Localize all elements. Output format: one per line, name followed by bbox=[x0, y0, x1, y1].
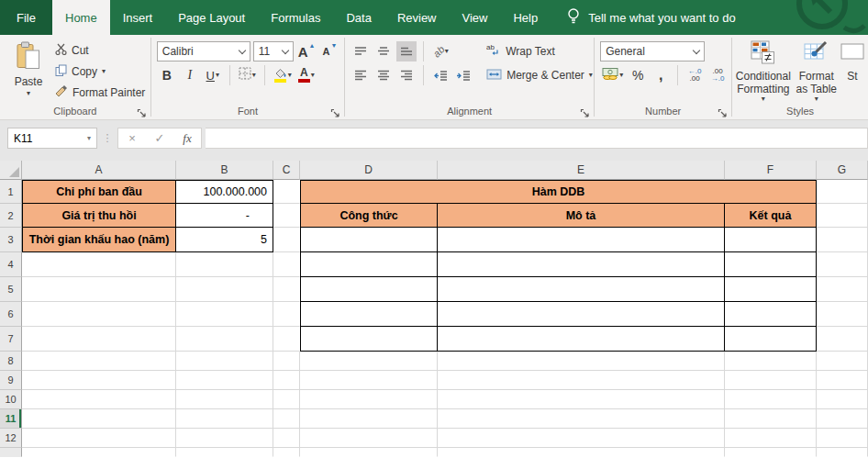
tab-page-layout[interactable]: Page Layout bbox=[165, 0, 258, 35]
comma-style-button[interactable]: , bbox=[651, 65, 671, 85]
cell-c6[interactable] bbox=[273, 302, 300, 327]
cell-d8[interactable] bbox=[300, 352, 438, 371]
cell-c4[interactable] bbox=[273, 252, 300, 277]
cell-g8[interactable] bbox=[817, 352, 868, 371]
cell-g11[interactable] bbox=[817, 409, 868, 429]
cell-b4[interactable] bbox=[176, 252, 273, 277]
cell-d4[interactable] bbox=[300, 252, 438, 277]
cell-d10[interactable] bbox=[300, 390, 438, 409]
column-header-e[interactable]: E bbox=[438, 161, 725, 180]
cell-b5[interactable] bbox=[176, 277, 273, 302]
row-header-3[interactable]: 3 bbox=[0, 228, 22, 252]
cell-g5[interactable] bbox=[817, 277, 868, 302]
row-header-8[interactable]: 8 bbox=[0, 352, 22, 371]
cell-f3[interactable] bbox=[725, 228, 817, 252]
cell-g4[interactable] bbox=[817, 252, 868, 277]
cell-a3[interactable]: Thời gian khấu hao (năm) bbox=[22, 228, 176, 252]
row-header-7[interactable]: 7 bbox=[0, 327, 22, 352]
wrap-text-button[interactable]: ab Wrap Text bbox=[486, 39, 593, 63]
cell-c5[interactable] bbox=[273, 277, 300, 302]
tab-formulas[interactable]: Formulas bbox=[258, 0, 333, 35]
cell-e4[interactable] bbox=[438, 252, 725, 277]
name-box[interactable]: K11 ▾ bbox=[7, 128, 97, 149]
cell-c1[interactable] bbox=[273, 180, 300, 204]
row-header-9[interactable]: 9 bbox=[0, 371, 22, 390]
cell-f9[interactable] bbox=[725, 371, 817, 390]
cell-a2[interactable]: Giá trị thu hồi bbox=[22, 204, 176, 228]
cell-d6[interactable] bbox=[300, 302, 438, 327]
cell-f13[interactable] bbox=[725, 448, 817, 457]
cell-c12[interactable] bbox=[273, 429, 300, 448]
cell-g3[interactable] bbox=[817, 228, 868, 252]
cell-a13[interactable] bbox=[22, 448, 176, 457]
cell-f4[interactable] bbox=[725, 252, 817, 277]
copy-dropdown-arrow-icon[interactable]: ▾ bbox=[102, 68, 106, 75]
cell-c3[interactable] bbox=[273, 228, 300, 252]
accounting-format-button[interactable]: ▾ bbox=[600, 65, 625, 85]
conditional-formatting-dropdown-arrow-icon[interactable]: ▾ bbox=[762, 95, 765, 103]
align-bottom-button[interactable] bbox=[396, 41, 417, 61]
row-header-12[interactable]: 12 bbox=[0, 429, 22, 448]
align-top-button[interactable] bbox=[351, 41, 371, 61]
cell-a9[interactable] bbox=[22, 371, 176, 390]
format-as-table-button[interactable]: Format as Table ▾ bbox=[793, 39, 841, 103]
alignment-dialog-launcher-icon[interactable] bbox=[580, 106, 591, 117]
cell-d11[interactable] bbox=[300, 409, 438, 429]
align-left-button[interactable] bbox=[351, 65, 371, 85]
tab-file[interactable]: File bbox=[0, 0, 52, 35]
cell-f6[interactable] bbox=[725, 302, 817, 327]
cell-d12[interactable] bbox=[300, 429, 438, 448]
decrease-decimal-button[interactable]: .00 →.0 bbox=[707, 65, 728, 85]
tab-view[interactable]: View bbox=[450, 0, 501, 35]
align-middle-button[interactable] bbox=[373, 41, 394, 61]
cell-a8[interactable] bbox=[22, 352, 176, 371]
cell-a12[interactable] bbox=[22, 429, 176, 448]
borders-button[interactable]: ▾ bbox=[237, 65, 258, 85]
cell-d9[interactable] bbox=[300, 371, 438, 390]
cell-e3[interactable] bbox=[438, 228, 725, 252]
format-as-table-dropdown-arrow-icon[interactable]: ▾ bbox=[815, 95, 818, 103]
cell-b3[interactable]: 5 bbox=[176, 228, 273, 252]
cell-a11[interactable] bbox=[22, 409, 176, 429]
increase-indent-button[interactable] bbox=[453, 65, 473, 85]
cell-e12[interactable] bbox=[438, 429, 725, 448]
cell-g10[interactable] bbox=[817, 390, 868, 409]
row-header-11-active[interactable]: 11 bbox=[0, 409, 22, 429]
cell-a5[interactable] bbox=[22, 277, 176, 302]
align-center-button[interactable] bbox=[373, 65, 394, 85]
cell-e2[interactable]: Mô tả bbox=[438, 204, 725, 228]
name-box-dropdown-arrow-icon[interactable]: ▾ bbox=[87, 135, 91, 142]
merge-center-button[interactable]: Merge & Center ▾ bbox=[486, 63, 593, 87]
clipboard-dialog-launcher-icon[interactable] bbox=[137, 106, 148, 117]
cell-f2[interactable]: Kết quả bbox=[725, 204, 817, 228]
row-header-2[interactable]: 2 bbox=[0, 204, 22, 228]
tab-help[interactable]: Help bbox=[500, 0, 551, 35]
font-color-button[interactable]: A ▾ bbox=[296, 65, 317, 85]
underline-dropdown-arrow-icon[interactable]: ▾ bbox=[216, 72, 219, 79]
cell-g12[interactable] bbox=[817, 429, 868, 448]
cell-e9[interactable] bbox=[438, 371, 725, 390]
tab-home[interactable]: Home bbox=[52, 0, 110, 35]
align-right-button[interactable] bbox=[396, 65, 417, 85]
insert-function-button[interactable]: fx bbox=[173, 131, 201, 146]
cell-e13[interactable] bbox=[438, 448, 725, 457]
cell-e10[interactable] bbox=[438, 390, 725, 409]
cell-e6[interactable] bbox=[438, 302, 725, 327]
row-header-1[interactable]: 1 bbox=[0, 180, 22, 204]
cell-c8[interactable] bbox=[273, 352, 300, 371]
tab-insert[interactable]: Insert bbox=[110, 0, 166, 35]
cell-g9[interactable] bbox=[817, 371, 868, 390]
cell-b1[interactable]: 100.000.000 bbox=[176, 180, 273, 204]
increase-decimal-button[interactable]: ←.0 .00 bbox=[684, 65, 705, 85]
format-painter-button[interactable]: Format Painter bbox=[55, 84, 145, 102]
row-header-4[interactable]: 4 bbox=[0, 252, 22, 277]
column-header-a[interactable]: A bbox=[22, 161, 176, 180]
cell-a1[interactable]: Chi phí ban đầu bbox=[22, 180, 176, 204]
decrease-indent-button[interactable] bbox=[430, 65, 451, 85]
borders-dropdown-arrow-icon[interactable]: ▾ bbox=[252, 72, 256, 79]
cell-b13[interactable] bbox=[176, 448, 273, 457]
decrease-font-size-button[interactable]: A▼ bbox=[320, 41, 340, 61]
cell-f5[interactable] bbox=[725, 277, 817, 302]
cancel-button[interactable]: × bbox=[118, 131, 146, 145]
cell-a4[interactable] bbox=[22, 252, 176, 277]
